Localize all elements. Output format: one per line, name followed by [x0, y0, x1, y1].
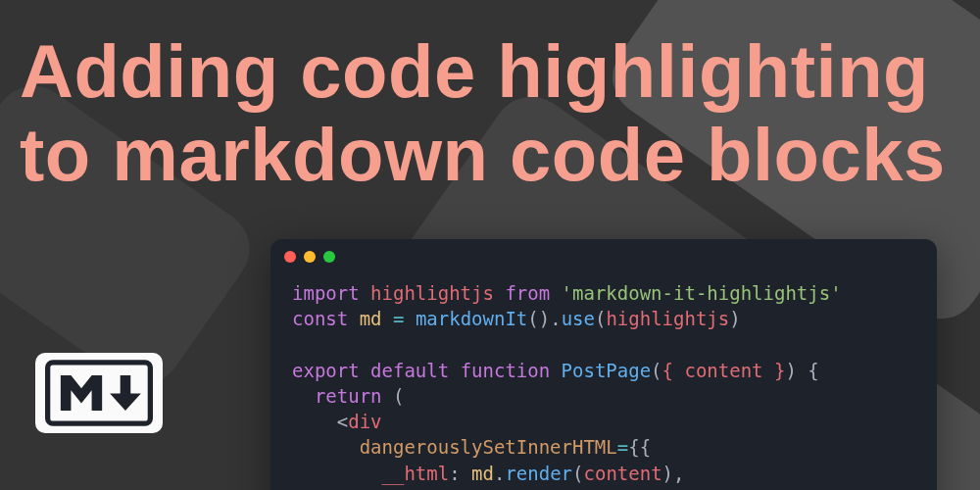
keyword: export — [292, 360, 360, 381]
keyword: import — [292, 282, 360, 304]
punct: ) — [662, 463, 673, 484]
markdown-icon — [45, 360, 153, 426]
function: render — [505, 463, 572, 484]
punct: < — [337, 411, 348, 432]
function: use — [562, 308, 595, 329]
function: PostPage — [562, 360, 652, 381]
operator: = — [617, 436, 628, 458]
function: markdownIt — [416, 308, 527, 329]
identifier: md — [471, 463, 494, 484]
zoom-icon[interactable] — [323, 251, 335, 263]
page-title: Adding code highlighting to markdown cod… — [20, 29, 946, 196]
punct: , — [673, 463, 684, 484]
markdown-logo — [35, 353, 163, 433]
keyword: default — [370, 360, 449, 381]
punct: ( — [572, 463, 583, 484]
jsx-tag: div — [348, 411, 381, 432]
keyword: from — [505, 282, 550, 304]
punct: . — [550, 308, 561, 329]
punct: ) { — [785, 360, 818, 381]
punct: ( — [595, 308, 606, 329]
keyword: const — [292, 308, 348, 329]
punct: ( — [393, 385, 404, 407]
punct: : — [449, 463, 460, 484]
identifier: content — [584, 463, 662, 484]
punct: . — [494, 463, 505, 484]
string: 'markdown-it-highlightjs' — [562, 282, 842, 304]
window-titlebar — [270, 239, 937, 274]
punct: ( — [651, 360, 662, 381]
title-line: to markdown code blocks — [20, 113, 946, 196]
identifier: md — [360, 308, 382, 329]
operator: = — [393, 308, 404, 329]
punct: {{ — [628, 436, 651, 458]
punct: () — [527, 308, 550, 329]
punct: ) — [729, 308, 740, 329]
code-editor-window: import highlightjs from 'markdown-it-hig… — [270, 239, 937, 490]
minimize-icon[interactable] — [304, 251, 316, 263]
identifier: highlightjs — [370, 282, 494, 304]
keyword: function — [461, 360, 551, 381]
property: __html — [382, 463, 450, 484]
title-line: Adding code highlighting — [20, 29, 929, 113]
identifier: { content } — [662, 360, 786, 381]
identifier: highlightjs — [606, 308, 729, 329]
close-icon[interactable] — [284, 251, 296, 263]
jsx-attr: dangerouslySetInnerHTML — [360, 436, 617, 458]
keyword: return — [315, 385, 382, 407]
code-block: import highlightjs from 'markdown-it-hig… — [270, 274, 937, 490]
